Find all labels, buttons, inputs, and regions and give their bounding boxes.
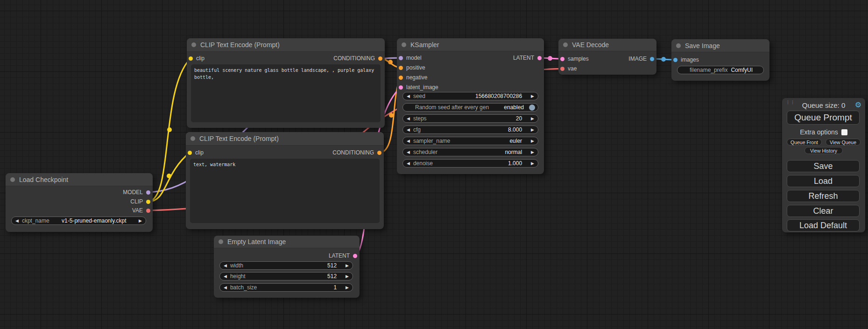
prompt-textarea[interactable]: beautiful scenery nature glass bottle la… [191,64,381,122]
widget-name: denoise [413,160,433,167]
increment-arrow-icon[interactable]: ▶ [531,117,534,121]
decrement-arrow-icon[interactable]: ◀ [407,139,410,143]
output-label: LATENT [329,252,350,259]
increment-arrow-icon[interactable]: ▶ [531,161,534,166]
increment-arrow-icon[interactable]: ▶ [346,264,349,268]
save-button[interactable]: Save [787,160,860,172]
node-load-checkpoint[interactable]: Load Checkpoint MODEL CLIP VAE ◀ ckpt_na… [6,173,153,232]
load-button[interactable]: Load [787,175,860,187]
widget-sampler-name[interactable]: ◀ sampler_name euler ▶ [402,137,538,145]
collapse-dot-icon[interactable] [563,42,568,47]
widget-filename-prefix[interactable]: filename_prefix ComfyUI [677,66,764,74]
input-label: latent_image [406,84,438,91]
extra-options-checkbox[interactable] [841,129,847,135]
collapse-dot-icon[interactable] [191,136,195,141]
node-vae-decode[interactable]: VAE Decode samples vae IMAGE [558,39,656,75]
collapse-dot-icon[interactable] [191,42,196,47]
node-clip-text-encode-positive[interactable]: CLIP Text Encode (Prompt) clip CONDITION… [187,38,385,128]
decrement-arrow-icon[interactable]: ◀ [407,128,410,132]
node-empty-latent-image[interactable]: Empty Latent Image LATENT ◀ width 512 ▶ … [214,236,360,298]
latent-port-icon[interactable] [537,56,542,60]
widget-width[interactable]: ◀ width 512 ▶ [219,261,353,270]
node-title-bar[interactable]: Empty Latent Image [214,236,360,248]
node-graph-canvas[interactable]: Load Checkpoint MODEL CLIP VAE ◀ ckpt_na… [0,0,868,329]
decrement-arrow-icon[interactable]: ◀ [407,117,410,121]
settings-gear-icon[interactable]: ⚙ [855,100,861,109]
widget-value: 20 [516,115,528,122]
collapse-dot-icon[interactable] [402,42,406,47]
output-slot-conditioning: CONDITIONING [332,149,381,156]
decrement-arrow-icon[interactable]: ◀ [224,274,227,279]
decrement-arrow-icon[interactable]: ◀ [15,219,19,223]
node-title-bar[interactable]: VAE Decode [558,39,656,51]
load-default-button[interactable]: Load Default [787,219,860,231]
decrement-arrow-icon[interactable]: ◀ [407,150,410,154]
increment-arrow-icon[interactable]: ▶ [531,128,534,132]
output-slot-vae: VAE [132,207,150,214]
widget-value: ComfyUI [731,67,755,73]
collapse-dot-icon[interactable] [10,177,15,182]
link-dot-image [661,57,666,62]
node-title-bar[interactable]: CLIP Text Encode (Prompt) [186,132,384,146]
increment-arrow-icon[interactable]: ▶ [531,150,534,154]
increment-arrow-icon[interactable]: ▶ [346,274,349,279]
decrement-arrow-icon[interactable]: ◀ [407,161,410,166]
node-title-bar[interactable]: Load Checkpoint [6,173,153,186]
view-queue-button[interactable]: View Queue [826,139,861,146]
node-title-bar[interactable]: CLIP Text Encode (Prompt) [187,38,385,52]
clip-port-icon[interactable] [189,56,193,61]
increment-arrow-icon[interactable]: ▶ [139,219,142,223]
queue-front-button[interactable]: Queue Front [787,139,822,146]
increment-arrow-icon[interactable]: ▶ [346,286,349,290]
model-port-icon[interactable] [399,56,403,60]
prompt-textarea[interactable]: text, watermark [190,159,380,223]
node-ksampler[interactable]: KSampler model positive negative latent_… [397,38,544,174]
image-port-icon[interactable] [673,58,677,62]
queue-prompt-button[interactable]: Queue Prompt [787,111,860,125]
increment-arrow-icon[interactable]: ▶ [531,94,534,98]
decrement-arrow-icon[interactable]: ◀ [224,286,227,290]
node-clip-text-encode-negative[interactable]: CLIP Text Encode (Prompt) clip CONDITION… [186,132,384,229]
widget-cfg[interactable]: ◀ cfg 8.000 ▶ [402,126,538,134]
toggle-circle-icon[interactable] [529,105,535,111]
widget-name: width [230,262,243,269]
vae-port-icon[interactable] [560,67,565,71]
conditioning-port-icon[interactable] [378,56,382,61]
conditioning-port-icon[interactable] [377,151,381,155]
latent-port-icon[interactable] [560,57,565,61]
widget-scheduler[interactable]: ◀ scheduler normal ▶ [402,148,538,156]
link-dot-clip-positive [167,127,172,132]
clip-port-icon[interactable] [146,200,150,204]
widget-ckpt-name[interactable]: ◀ ckpt_name v1-5-pruned-emaonly.ckpt ▶ [11,217,146,225]
widget-value: 512 [327,262,342,269]
decrement-arrow-icon[interactable]: ◀ [407,94,410,98]
model-port-icon[interactable] [146,190,150,195]
clip-port-icon[interactable] [188,151,192,155]
vae-port-icon[interactable] [146,209,150,213]
widget-seed[interactable]: ◀ seed 156680208700286 ▶ [402,92,538,100]
output-label: CONDITIONING [332,149,374,156]
widget-batch-size[interactable]: ◀ batch_size 1 ▶ [219,283,353,292]
widget-denoise[interactable]: ◀ denoise 1.000 ▶ [402,159,538,168]
latent-port-icon[interactable] [353,254,357,258]
widget-value: enabled [504,104,526,111]
output-slot-latent: LATENT [513,55,542,61]
latent-port-icon[interactable] [399,85,403,90]
widget-height[interactable]: ◀ height 512 ▶ [219,272,353,280]
node-save-image[interactable]: Save Image images filename_prefix ComfyU… [671,39,769,81]
node-title-bar[interactable]: Save Image [671,39,769,52]
clear-button[interactable]: Clear [787,205,860,217]
widget-steps[interactable]: ◀ steps 20 ▶ [402,114,538,123]
collapse-dot-icon[interactable] [219,239,223,244]
increment-arrow-icon[interactable]: ▶ [531,139,534,143]
collapse-dot-icon[interactable] [676,43,681,48]
conditioning-port-icon[interactable] [399,76,403,80]
image-port-icon[interactable] [650,57,654,61]
refresh-button[interactable]: Refresh [787,190,860,202]
node-title-bar[interactable]: KSampler [397,38,544,51]
widget-random-seed-toggle[interactable]: Random seed after every gen enabled [402,103,538,112]
view-history-button[interactable]: View History [804,147,843,154]
conditioning-port-icon[interactable] [399,66,403,70]
decrement-arrow-icon[interactable]: ◀ [224,264,227,268]
link-dot-conditioning-negative [389,113,394,118]
